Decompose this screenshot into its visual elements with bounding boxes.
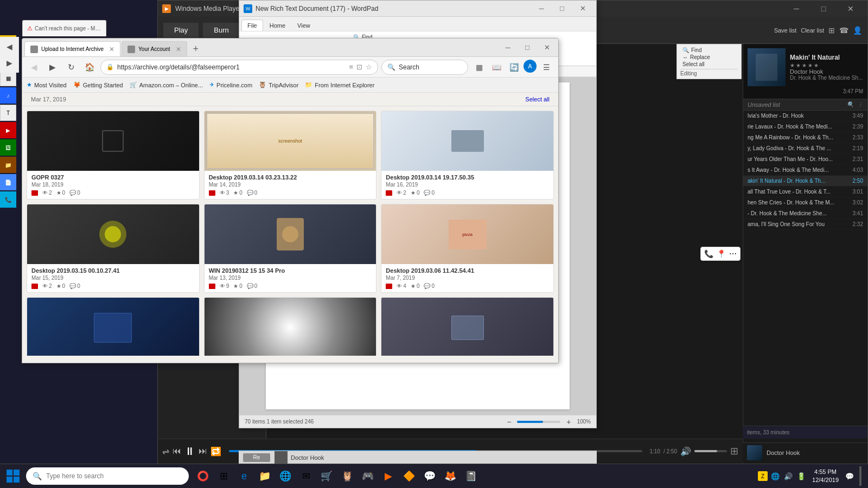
wmp-track-item[interactable]: all That True Love - Dr. Hook & T... 3:0… <box>743 187 867 197</box>
left-icon-10[interactable]: 📞 <box>0 191 16 208</box>
wmp-track-item-playing[interactable]: akin' It Natural - Dr. Hook & Th... 2:50 <box>743 176 867 187</box>
wmp-track-item[interactable]: ur Years Older Than Me - Dr. Hoo... 2:31 <box>743 154 867 165</box>
taskbar-amazon-icon[interactable]: 🛒 <box>317 465 336 487</box>
select-all-wmp-button[interactable]: Sync Select all <box>680 61 738 68</box>
left-icon-5[interactable]: T <box>0 105 16 121</box>
wmp-save-list-icon[interactable]: Save list <box>774 27 797 34</box>
ia-item-7[interactable]: Desktop 2019.03.09 16.07.54.89 Mar 11, 2… <box>27 297 200 356</box>
prev-button[interactable]: ⏮ <box>173 446 181 456</box>
taskbar-edge-icon[interactable]: e <box>234 465 254 487</box>
wmp-clear-list-icon[interactable]: Clear list <box>801 27 824 34</box>
ia-item-5[interactable]: WIN 20190312 15 15 34 Pro Mar 13, 2019 👁… <box>204 204 377 293</box>
wordpad-minimize-button[interactable]: ─ <box>532 2 551 16</box>
taskbar-steam-icon[interactable]: 🎮 <box>358 465 378 487</box>
zoom-in-button[interactable]: + <box>564 417 573 427</box>
ia-item-4[interactable]: Desktop 2019.03.15 00.10.27.41 Mar 15, 2… <box>27 204 200 293</box>
refresh-button[interactable]: ↻ <box>63 60 79 75</box>
start-button[interactable] <box>2 465 24 487</box>
sidebar-toggle-icon[interactable]: ▦ <box>471 60 487 75</box>
find-button[interactable]: 🔍 Find <box>680 47 738 54</box>
taskbar-action-center-icon[interactable]: 💬 <box>844 471 855 481</box>
browser-minimize-button[interactable]: ─ <box>499 40 517 55</box>
wmp-phone-icon[interactable]: ☎ <box>839 26 848 35</box>
zoom-out-button[interactable]: − <box>504 417 514 427</box>
taskbar-media-icon[interactable]: ▶ <box>379 465 398 487</box>
browser-tab-account[interactable]: Your Account ✕ <box>122 41 187 56</box>
taskbar-tripadvisor-icon[interactable]: 🦉 <box>337 465 357 487</box>
mute-button[interactable]: 🔊 <box>680 446 691 457</box>
url-reader-icon[interactable]: ≡ <box>349 63 353 71</box>
phone-more-icon[interactable]: ⋯ <box>729 249 737 258</box>
browser-tab-upload[interactable]: Upload to Internet Archive ✕ <box>24 41 120 56</box>
taskbar-network-icon[interactable]: 🌐 <box>770 471 781 481</box>
wmp-play-button[interactable]: Play <box>163 23 199 37</box>
url-bar[interactable]: 🔒 https://archive.org/details/@falseempe… <box>100 60 378 75</box>
taskbar-battery-icon[interactable]: 🔋 <box>796 471 807 481</box>
bookmark-getting-started[interactable]: 🦊 Getting Started <box>73 81 123 88</box>
taskbar-search-bar[interactable]: 🔍 <box>26 467 189 485</box>
url-pocket-icon[interactable]: ⊡ <box>356 63 362 71</box>
ia-item-9[interactable] <box>381 297 554 356</box>
url-star-icon[interactable]: ☆ <box>366 63 372 71</box>
next-button[interactable]: ⏭ <box>199 446 207 456</box>
browser-tab-2-close[interactable]: ✕ <box>176 46 181 53</box>
new-tab-button[interactable]: + <box>188 41 203 56</box>
taskbar-search-input[interactable] <box>46 472 182 480</box>
taskbar-cortana-icon[interactable]: ⭕ <box>193 465 213 487</box>
taskbar-onenote-icon[interactable]: 📓 <box>461 465 481 487</box>
wordpad-close-button[interactable]: ✕ <box>573 2 592 16</box>
wmp-grid-icon[interactable]: ⊞ <box>730 445 738 457</box>
browser-forward-button-strip[interactable]: ▶ <box>2 55 17 70</box>
ia-item-6[interactable]: pizza Desktop 2019.03.06 11.42.54.41 Mar… <box>381 204 554 293</box>
browser-close-button[interactable]: ✕ <box>538 40 556 55</box>
left-icon-7[interactable]: 🖼 <box>0 139 16 156</box>
wmp-track-item[interactable]: hen She Cries - Dr. Hook & The M... 3:02 <box>743 197 867 208</box>
wordpad-maximize-button[interactable]: □ <box>553 2 571 16</box>
wmp-track-item[interactable]: y, Lady Godiva - Dr. Hook & The ... 2:19 <box>743 143 867 154</box>
left-icon-6[interactable]: ▶ <box>0 122 16 138</box>
zoom-slider[interactable] <box>517 421 560 423</box>
wordpad-re-button[interactable]: Re <box>243 453 270 462</box>
phone-call-icon[interactable]: 📞 <box>704 249 713 258</box>
left-icon-8[interactable]: 📁 <box>0 157 16 173</box>
bookmark-most-visited[interactable]: ★ Most Visited <box>27 81 67 88</box>
bookmark-priceline[interactable]: ✈ Priceline.com <box>209 81 252 88</box>
wmp-track-item[interactable]: ng Me A Rainbow - Dr. Hook & Th... 2:33 <box>743 132 867 143</box>
left-icon-9[interactable]: 📄 <box>0 174 16 190</box>
ia-item-8[interactable]: GOPR 0299 Mar 11, 2019 👁 14 ★ 0 💬 0 <box>204 297 377 356</box>
wmp-minimize-button[interactable]: ─ <box>784 1 809 16</box>
wmp-close-button[interactable]: ✕ <box>838 1 863 16</box>
phone-location-icon[interactable]: 📍 <box>717 249 726 258</box>
repeat-button[interactable]: 🔁 <box>210 446 221 457</box>
wmp-maximize-button[interactable]: □ <box>811 1 836 16</box>
ia-item-2[interactable]: screenshot Desktop 2019.03.14 03.23.13.2… <box>204 111 377 200</box>
wordpad-tab-file[interactable]: File <box>241 20 263 31</box>
error-tab[interactable]: ⚠ Can't reach this page - Micr... <box>22 20 106 36</box>
taskbar-vlc-icon[interactable]: 🔶 <box>399 465 419 487</box>
ia-item-3[interactable]: Desktop 2019.03.14 19.17.50.35 Mar 16, 2… <box>381 111 554 200</box>
replace-button[interactable]: ↔ Replace <box>680 54 738 61</box>
ia-item-1[interactable]: GOPR 0327 Mar 18, 2019 👁 2 ★ 0 💬 0 <box>27 111 200 200</box>
browser-menu-button[interactable]: ☰ <box>539 60 554 75</box>
taskbar-ie-icon[interactable]: 🌐 <box>276 465 295 487</box>
taskbar-mail-icon[interactable]: ✉ <box>296 465 316 487</box>
wmp-track-item[interactable]: s It Away - Dr. Hook & The Medi... 4:03 <box>743 165 867 176</box>
taskbar-volume-icon[interactable]: 🔊 <box>783 471 794 481</box>
wmp-track-item[interactable]: - Dr. Hook & The Medicine She... 3:41 <box>743 208 867 219</box>
nav-search-bar[interactable]: 🔍 Search <box>381 60 468 75</box>
bookmark-amazon[interactable]: 🛒 Amazon.com – Online... <box>130 81 203 88</box>
taskbar-tray-zonealarm[interactable]: Z <box>758 471 768 481</box>
forward-button[interactable]: ▶ <box>45 60 60 75</box>
volume-slider[interactable] <box>694 450 727 452</box>
home-button[interactable]: 🏠 <box>82 60 97 75</box>
browser-user-icon[interactable]: A <box>524 60 537 73</box>
wordpad-tab-home[interactable]: Home <box>264 20 291 31</box>
taskbar-clock[interactable]: 4:55 PM 12/4/2019 <box>809 468 842 485</box>
wmp-more-icon[interactable]: ⋮ <box>858 101 863 108</box>
browser-maximize-button[interactable]: □ <box>518 40 537 55</box>
wmp-track-item[interactable]: ama, I'll Sing One Song For You 2:32 <box>743 219 867 230</box>
play-pause-button[interactable]: ⏸ <box>184 445 195 458</box>
bookmark-tripadvisor[interactable]: 🦉 TripAdvisor <box>259 81 298 88</box>
taskbar-skype-icon[interactable]: 💬 <box>420 465 439 487</box>
wmp-track-item[interactable]: lvia's Mother - Dr. Hook 3:49 <box>743 111 867 121</box>
